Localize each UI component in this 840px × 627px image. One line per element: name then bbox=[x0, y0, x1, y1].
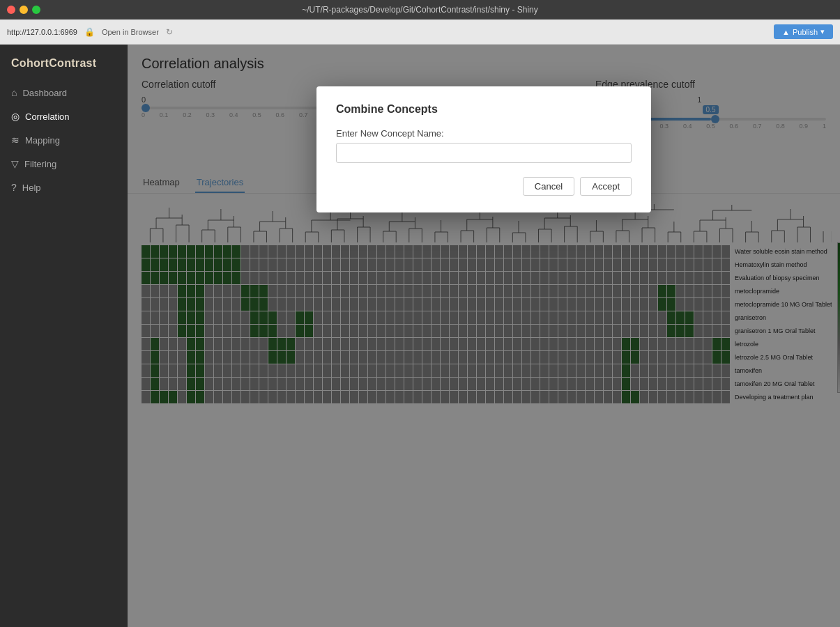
refresh-icon[interactable]: ↻ bbox=[166, 27, 173, 37]
sidebar: CohortContrast ⌂ Dashboard ◎ Correlation… bbox=[0, 45, 128, 627]
titlebar: ~/UT/R-packages/Develop/Git/CohortContra… bbox=[0, 0, 840, 20]
sidebar-item-help[interactable]: ? Help bbox=[0, 176, 128, 199]
dashboard-icon: ⌂ bbox=[11, 87, 17, 98]
cancel-button[interactable]: Cancel bbox=[523, 177, 574, 196]
modal-overlay: Combine Concepts Enter New Concept Name:… bbox=[128, 45, 840, 627]
brand-logo: CohortContrast bbox=[0, 52, 128, 81]
concept-name-input[interactable] bbox=[336, 143, 632, 163]
open-in-browser-button[interactable]: Open in Browser bbox=[102, 28, 159, 36]
filtering-icon: ▽ bbox=[11, 158, 19, 169]
main-content: Correlation analysis Correlation cutoff … bbox=[128, 45, 840, 627]
sidebar-item-label: Mapping bbox=[25, 135, 60, 146]
minimize-button[interactable] bbox=[20, 6, 28, 14]
sidebar-item-label: Filtering bbox=[24, 159, 56, 169]
sidebar-item-correlation[interactable]: ◎ Correlation bbox=[0, 104, 128, 128]
sidebar-item-label: Dashboard bbox=[22, 88, 67, 98]
combine-concepts-modal: Combine Concepts Enter New Concept Name:… bbox=[316, 86, 651, 212]
traffic-lights bbox=[7, 6, 40, 14]
security-icon: 🔒 bbox=[84, 27, 95, 37]
maximize-button[interactable] bbox=[32, 6, 40, 14]
sidebar-item-filtering[interactable]: ▽ Filtering bbox=[0, 152, 128, 176]
modal-title: Combine Concepts bbox=[336, 103, 632, 116]
sidebar-item-mapping[interactable]: ≋ Mapping bbox=[0, 128, 128, 152]
sidebar-item-dashboard[interactable]: ⌂ Dashboard bbox=[0, 81, 128, 104]
help-icon: ? bbox=[11, 182, 17, 193]
publish-icon: ▲ bbox=[782, 28, 790, 36]
close-button[interactable] bbox=[7, 6, 15, 14]
window-title: ~/UT/R-packages/Develop/Git/CohortContra… bbox=[302, 5, 537, 15]
sidebar-item-label: Correlation bbox=[25, 111, 70, 122]
url-display: http://127.0.0.1:6969 bbox=[7, 28, 77, 36]
mapping-icon: ≋ bbox=[11, 134, 20, 146]
accept-button[interactable]: Accept bbox=[580, 177, 632, 196]
sidebar-item-label: Help bbox=[22, 183, 41, 193]
correlation-icon: ◎ bbox=[11, 111, 20, 122]
chevron-down-icon: ▾ bbox=[820, 27, 825, 36]
modal-buttons: Cancel Accept bbox=[336, 177, 632, 196]
browser-bar: http://127.0.0.1:6969 🔒 Open in Browser … bbox=[0, 20, 840, 45]
app-container: CohortContrast ⌂ Dashboard ◎ Correlation… bbox=[0, 45, 840, 627]
publish-button[interactable]: ▲ Publish ▾ bbox=[774, 24, 833, 39]
modal-input-label: Enter New Concept Name: bbox=[336, 128, 632, 139]
